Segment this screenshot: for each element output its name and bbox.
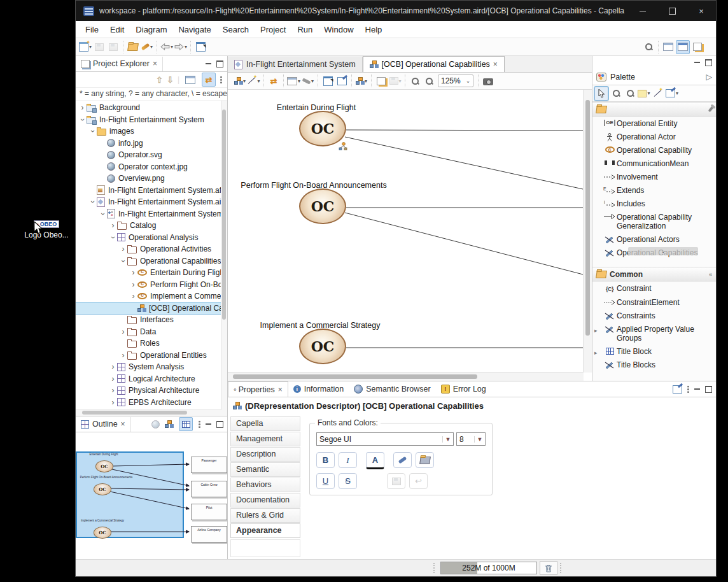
- maximize-button[interactable]: [657, 1, 687, 21]
- palette-item-applied-pvg[interactable]: ▸Applied Property Value Groups: [592, 322, 716, 344]
- oc-node-entertain[interactable]: OC: [299, 111, 346, 146]
- arrange-all-button[interactable]: ▾: [234, 75, 246, 87]
- palette-item-communication-mean[interactable]: CommunicationMean: [592, 157, 716, 170]
- close-view-icon[interactable]: ×: [153, 59, 157, 68]
- palette-item-constraints[interactable]: Constraints: [592, 309, 716, 322]
- fill-color-button[interactable]: [416, 452, 434, 468]
- tree-item-system-analysis[interactable]: ›System Analysis: [76, 361, 227, 373]
- align-button[interactable]: ▾: [248, 75, 260, 87]
- tab-outline[interactable]: Outline ×: [76, 417, 131, 432]
- tab-error-log[interactable]: ! Error Log: [436, 382, 491, 397]
- oc-node-announcements[interactable]: OC: [299, 188, 346, 224]
- select-tool[interactable]: [594, 87, 608, 101]
- side-tab-management[interactable]: Management: [230, 432, 300, 446]
- tree-item-entertain-during-flight[interactable]: ›Entertain During Flight: [76, 267, 227, 279]
- pin-icon[interactable]: [708, 106, 714, 112]
- decorator-icon[interactable]: [339, 142, 347, 151]
- close-view-icon[interactable]: ×: [278, 385, 283, 394]
- line-color-button[interactable]: [393, 452, 412, 468]
- menu-diagram[interactable]: Diagram: [130, 25, 172, 34]
- tree-item-aird-file[interactable]: ›In-Flight Entertainment System.aird: [76, 196, 227, 208]
- canvas-vertical-scrollbar[interactable]: [583, 90, 592, 373]
- tree-item-data[interactable]: ›Data: [76, 326, 227, 338]
- tree-item-background[interactable]: ›Background: [76, 102, 227, 114]
- zoom-out-button[interactable]: [423, 75, 435, 87]
- tab-project-explorer[interactable]: Project Explorer ×: [76, 57, 163, 71]
- italic-button[interactable]: I: [339, 452, 357, 468]
- minimize-view-icon[interactable]: [694, 388, 700, 390]
- palette-item-constraint-element[interactable]: ConstraintElement: [592, 295, 716, 309]
- menu-search[interactable]: Search: [217, 25, 255, 34]
- new-view-icon[interactable]: [673, 385, 682, 394]
- node-label[interactable]: Perform Flight On-Board Announcements: [241, 181, 386, 190]
- tree-item-operator-context-jpg[interactable]: Operator context.jpg: [76, 161, 227, 173]
- tree-item-operational-capabilities[interactable]: ›Operational Capabilities: [76, 255, 227, 267]
- search-button[interactable]: [642, 41, 655, 53]
- explorer-vertical-scrollbar[interactable]: [221, 101, 227, 416]
- side-tab-semantic[interactable]: Semantic: [230, 462, 300, 477]
- tree-item-perform-announcements[interactable]: ›Perform Flight On-Board Announcements: [76, 279, 227, 291]
- tree-item-ocb-diagram[interactable]: [OCB] Operational Capabilities: [76, 302, 227, 315]
- maximize-view-icon[interactable]: [216, 60, 223, 67]
- menu-project[interactable]: Project: [255, 25, 291, 34]
- tree-item-overview-png[interactable]: Overview.png: [76, 173, 227, 185]
- tree-item-physical-architecture[interactable]: ›Physical Architecture: [76, 385, 227, 397]
- oc-node-strategy[interactable]: OC: [299, 329, 346, 364]
- tree-item-ifes-project[interactable]: ›In-Flight Entertainment System: [76, 114, 227, 126]
- canvas-horizontal-scrollbar[interactable]: [228, 372, 584, 381]
- filters-button[interactable]: ▾: [302, 75, 314, 87]
- capella-perspective-button[interactable]: [676, 40, 690, 54]
- tree-item-interfaces[interactable]: Interfaces: [76, 314, 227, 326]
- layers-button[interactable]: ▾: [355, 75, 368, 87]
- tab-properties[interactable]: ‹› Properties ×: [228, 381, 288, 397]
- desktop-shortcut-obeo[interactable]: OBEO Logo Obeo...: [21, 219, 72, 239]
- font-family-combo[interactable]: Segoe UI ▼: [316, 432, 454, 446]
- collapse-all-button[interactable]: [184, 73, 197, 86]
- palette-item-operational-capabilities[interactable]: Operational Capabilities ⌄: [592, 246, 716, 259]
- overview-mode-icon[interactable]: [151, 420, 160, 429]
- go-up-icon[interactable]: ⇧: [156, 75, 163, 85]
- workspace-image-button[interactable]: [387, 473, 405, 489]
- tree-item-info-jpg[interactable]: info.jpg: [76, 138, 227, 150]
- export-image-button[interactable]: [482, 75, 494, 87]
- tab-information[interactable]: i Information: [288, 382, 349, 397]
- palette-item-extends[interactable]: EExtends: [592, 183, 716, 197]
- zoom-out-tool[interactable]: [624, 87, 636, 100]
- collapse-drawer-icon[interactable]: «: [709, 271, 712, 278]
- minimize-view-icon[interactable]: [206, 423, 211, 425]
- tree-item-roles[interactable]: Roles: [76, 337, 227, 350]
- menu-run[interactable]: Run: [291, 25, 318, 34]
- side-tab-rulers-grid[interactable]: Rulers & Grid: [230, 508, 300, 523]
- save-all-button[interactable]: [107, 41, 120, 53]
- zoom-in-tool[interactable]: [610, 87, 622, 100]
- copy-appearance-button[interactable]: [375, 75, 388, 87]
- side-tab-appearance[interactable]: Appearance: [230, 523, 300, 538]
- maximize-view-icon[interactable]: [705, 59, 712, 66]
- collapse-palette-icon[interactable]: ▷: [706, 72, 712, 82]
- palette-item-title-blocks[interactable]: Title Blocks: [592, 358, 716, 371]
- tree-item-logical-architecture[interactable]: ›Logical Architecture: [76, 373, 227, 385]
- palette-item-involvement[interactable]: Involvement: [592, 170, 716, 183]
- tree-item-operational-entities[interactable]: ›Operational Entities: [76, 350, 227, 362]
- refresh-button[interactable]: ⇄: [267, 75, 280, 87]
- font-color-button[interactable]: A: [366, 452, 384, 469]
- palette-header[interactable]: Palette ▷: [592, 69, 716, 85]
- link-with-editor-button[interactable]: ⇄: [202, 73, 216, 87]
- back-button[interactable]: ▾: [160, 41, 173, 53]
- tree-item-model-root[interactable]: ›In-Flight Entertainment System: [76, 208, 227, 220]
- palette-drawer-main[interactable]: [592, 102, 716, 117]
- explorer-horizontal-scrollbar[interactable]: [76, 409, 221, 416]
- strikethrough-button[interactable]: S: [339, 473, 357, 489]
- tree-mode-icon[interactable]: [165, 420, 173, 428]
- side-tab-description[interactable]: Description: [230, 447, 300, 462]
- tree-item-afm-file[interactable]: In-Flight Entertainment System.afm: [76, 185, 227, 197]
- view-menu-icon[interactable]: [687, 385, 689, 394]
- open-element-button[interactable]: [194, 41, 207, 53]
- show-elements-button[interactable]: [335, 75, 348, 87]
- side-tab-capella[interactable]: Capella: [230, 416, 300, 431]
- palette-item-oc-generalization[interactable]: Operational Capability Generalization: [592, 210, 716, 232]
- go-down-icon[interactable]: ⇩: [167, 75, 174, 85]
- close-tab-icon[interactable]: ×: [493, 60, 498, 69]
- expander-icon[interactable]: ▸: [594, 348, 598, 357]
- menu-file[interactable]: File: [80, 25, 104, 34]
